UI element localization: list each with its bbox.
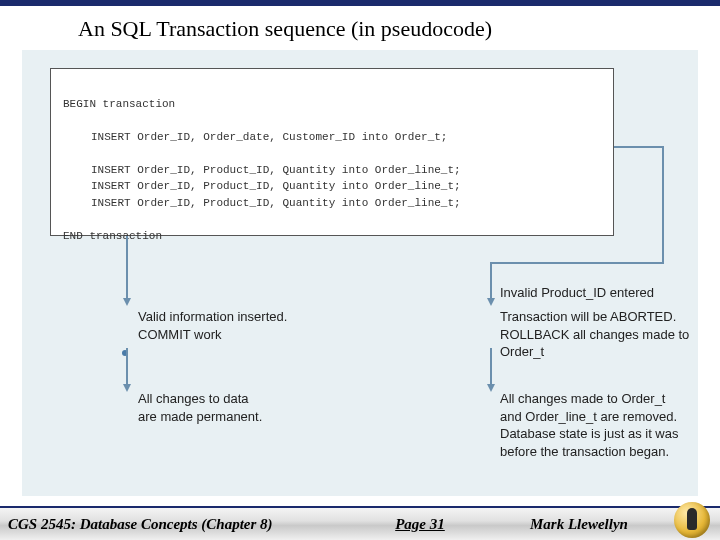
flow-line bbox=[126, 236, 128, 298]
arrow-down-icon bbox=[487, 298, 495, 306]
valid-step-1: Valid information inserted. COMMIT work bbox=[138, 308, 368, 343]
code-begin: BEGIN transaction bbox=[63, 98, 175, 110]
arrow-down-icon bbox=[123, 298, 131, 306]
footer-course: CGS 2545: Database Concepts (Chapter 8) bbox=[0, 516, 340, 533]
code-line-2: INSERT Order_ID, Product_ID, Quantity in… bbox=[63, 162, 601, 179]
flow-line bbox=[614, 146, 664, 148]
flow-line bbox=[490, 262, 664, 264]
code-end: END transaction bbox=[63, 230, 162, 242]
flow-line bbox=[490, 348, 492, 384]
pseudocode-box: BEGIN transaction INSERT Order_ID, Order… bbox=[50, 68, 614, 236]
diagram-panel: BEGIN transaction INSERT Order_ID, Order… bbox=[22, 50, 698, 496]
arrow-down-icon bbox=[123, 384, 131, 392]
flow-line bbox=[490, 262, 492, 298]
valid-step-2: All changes to data are made permanent. bbox=[138, 390, 368, 425]
ucf-logo-icon bbox=[674, 502, 710, 538]
arrow-down-icon bbox=[487, 384, 495, 392]
invalid-step-2: All changes made to Order_t and Order_li… bbox=[500, 390, 700, 460]
invalid-trigger: Invalid Product_ID entered bbox=[500, 284, 700, 302]
code-line-1: INSERT Order_ID, Order_date, Customer_ID… bbox=[63, 129, 601, 146]
code-line-3: INSERT Order_ID, Product_ID, Quantity in… bbox=[63, 178, 601, 195]
footer-page: Page 31 bbox=[340, 516, 500, 533]
invalid-step-1: Transaction will be ABORTED. ROLLBACK al… bbox=[500, 308, 700, 361]
slide-footer: CGS 2545: Database Concepts (Chapter 8) … bbox=[0, 506, 720, 540]
code-line-4: INSERT Order_ID, Product_ID, Quantity in… bbox=[63, 195, 601, 212]
slide-title: An SQL Transaction sequence (in pseudoco… bbox=[0, 6, 720, 50]
flow-line bbox=[126, 348, 128, 384]
flow-line bbox=[662, 146, 664, 264]
